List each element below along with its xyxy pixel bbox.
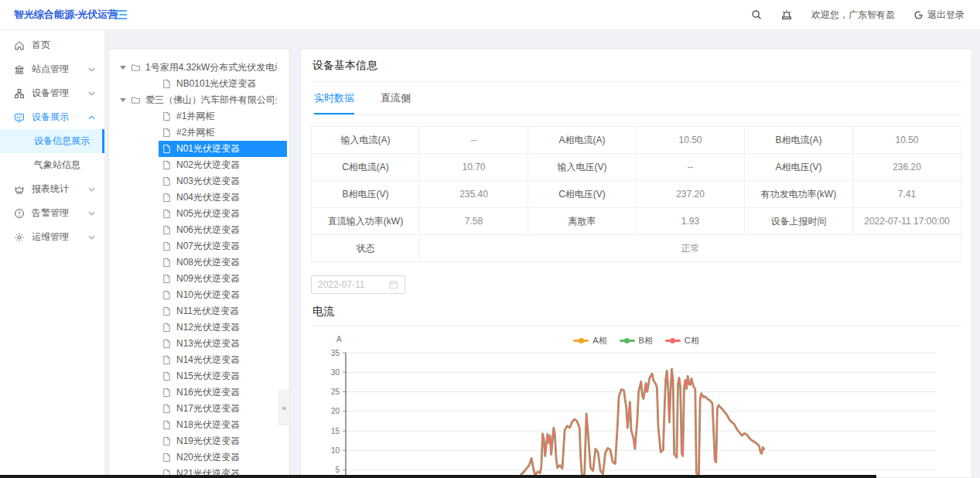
file-icon [162, 258, 172, 268]
info-value: 237.20 [637, 181, 745, 208]
file-icon [162, 193, 172, 203]
sidebar-item-6[interactable]: 运维管理 [0, 225, 104, 249]
sidebar-item-label: 运维管理 [32, 230, 69, 244]
file-icon [162, 274, 172, 284]
legend-item-C相[interactable]: C相 [665, 335, 699, 347]
tree-node[interactable]: N03光伏逆变器 [109, 173, 289, 189]
menu-fold-icon[interactable] [114, 9, 128, 20]
tree-node[interactable]: N19光伏逆变器 [109, 433, 289, 449]
tree-node-label: N13光伏逆变器 [176, 337, 240, 350]
cluster-icon [14, 88, 25, 99]
sidebar-item-label: 报表统计 [32, 183, 69, 196]
search-icon[interactable] [751, 9, 762, 20]
tree-node[interactable]: N05光伏逆变器 [109, 206, 289, 222]
tree-folder-label: 1号家用4.32kW分布式光伏发电站 [145, 61, 277, 74]
tree-node[interactable]: NB0101光伏逆变器 [109, 76, 289, 92]
tree-node[interactable]: N15光伏逆变器 [109, 368, 289, 384]
alarm-icon[interactable] [780, 9, 793, 21]
data-tabs: 实时数据直流侧 [311, 82, 961, 115]
monitor-icon [14, 112, 25, 123]
info-value: 1.93 [637, 208, 745, 235]
caret-down-icon[interactable] [120, 98, 126, 102]
info-value: -- [637, 154, 745, 181]
tree-node[interactable]: N18光伏逆变器 [109, 417, 289, 433]
info-value: 10.50 [637, 127, 745, 154]
tree-node[interactable]: N17光伏逆变器 [109, 401, 289, 417]
caret-down-icon[interactable] [120, 66, 126, 70]
svg-text:30: 30 [331, 368, 340, 377]
info-label: C相电流(A) [312, 154, 420, 181]
info-label: 输入电流(A) [312, 127, 420, 154]
sidebar-item-2[interactable]: 设备管理 [0, 81, 104, 105]
series-line-A相 [346, 369, 764, 478]
tree-collapse-handle[interactable]: « [278, 390, 289, 425]
info-value: 2022-07-11 17:00:00 [853, 208, 961, 235]
sidebar-item-0[interactable]: 首页 [0, 33, 104, 57]
tree-node[interactable]: N07光伏逆变器 [109, 238, 289, 254]
sidebar-subitem-3-1[interactable]: 气象站信息 [0, 153, 104, 177]
chart-legend: A相B相C相 [573, 335, 699, 347]
legend-item-A相[interactable]: A相 [573, 335, 606, 347]
sidebar-item-5[interactable]: 告警管理 [0, 201, 104, 225]
calendar-icon [389, 280, 398, 289]
tree-node[interactable]: N08光伏逆变器 [109, 254, 289, 271]
tree-folder-0[interactable]: 1号家用4.32kW分布式光伏发电站 [109, 60, 289, 76]
file-icon [162, 290, 172, 300]
tree-node-selected[interactable]: N01光伏逆变器 [159, 141, 287, 157]
tree-node-label: N04光伏逆变器 [176, 191, 240, 204]
info-value: 7.41 [853, 181, 961, 208]
chevron-down-icon [88, 235, 95, 240]
tree-node[interactable]: N12光伏逆变器 [109, 319, 289, 336]
tree-node-label: N20光伏逆变器 [176, 451, 240, 464]
tab-1[interactable]: 直流侧 [381, 91, 411, 114]
sidebar-subitem-label: 设备信息展示 [34, 135, 90, 148]
tree-node[interactable]: N06光伏逆变器 [109, 222, 289, 238]
device-tree-panel: « 1号家用4.32kW分布式光伏发电站NB0101光伏逆变器爱三（佛山）汽车部… [108, 49, 290, 478]
tree-node[interactable]: N20光伏逆变器 [109, 449, 289, 466]
tree-node[interactable]: #1并网柜 [109, 108, 289, 125]
tree-node[interactable]: N11光伏逆变器 [109, 303, 289, 319]
sidebar-item-3[interactable]: 设备展示 [0, 105, 104, 129]
sidebar-item-4[interactable]: 报表统计 [0, 177, 104, 201]
logout-button[interactable]: 退出登录 [913, 9, 965, 22]
tree-node[interactable]: N16光伏逆变器 [109, 384, 289, 401]
file-icon [162, 452, 172, 463]
alert-icon [14, 208, 25, 219]
tree-folder-1[interactable]: 爱三（佛山）汽车部件有限公司光伏发 [109, 92, 289, 108]
info-value: 10.70 [420, 154, 528, 181]
file-icon [162, 404, 172, 414]
info-label: C相电压(V) [528, 181, 637, 208]
sidebar-subitem-3-0[interactable]: 设备信息展示 [0, 129, 104, 153]
tree-node[interactable]: N10光伏逆变器 [109, 287, 289, 303]
file-icon [162, 79, 172, 89]
file-icon [162, 323, 172, 333]
tree-node[interactable]: N01光伏逆变器 [109, 141, 289, 157]
tree-node[interactable]: N09光伏逆变器 [109, 271, 289, 287]
sidebar-nav: 首页站点管理设备管理设备展示设备信息展示气象站信息报表统计告警管理运维管理 [0, 30, 105, 478]
legend-label: B相 [639, 335, 653, 347]
report-icon [14, 184, 25, 195]
tab-0[interactable]: 实时数据 [314, 91, 354, 114]
app-window: 智光综合能源-光伏运营 欢迎您，广东智有盈 退出登录 [0, 0, 980, 478]
tree-node-label: N01光伏逆变器 [176, 142, 240, 155]
series-line-B相 [346, 369, 764, 478]
tree-node-label: N19光伏逆变器 [176, 435, 240, 448]
home-icon [14, 40, 25, 51]
tree-node-label: N10光伏逆变器 [176, 289, 240, 302]
date-picker[interactable]: 2022-07-11 [311, 275, 405, 294]
tree-node-label: #2并网柜 [176, 126, 214, 139]
tree-node[interactable]: N14光伏逆变器 [109, 352, 289, 368]
folder-icon [131, 95, 141, 105]
sidebar-item-1[interactable]: 站点管理 [0, 57, 104, 81]
tree-node[interactable]: N02光伏逆变器 [109, 157, 289, 173]
tree-node-label: N17光伏逆变器 [176, 402, 240, 415]
welcome-text: 欢迎您，广东智有盈 [811, 9, 895, 22]
tree-node[interactable]: N13光伏逆变器 [109, 336, 289, 352]
svg-text:25: 25 [331, 388, 340, 396]
info-label: 直流输入功率(kW) [312, 208, 420, 235]
tree-node[interactable]: #2并网柜 [109, 125, 289, 141]
legend-item-B相[interactable]: B相 [620, 335, 653, 347]
tree-node[interactable]: N04光伏逆变器 [109, 189, 289, 206]
header-actions: 欢迎您，广东智有盈 退出登录 [751, 9, 980, 22]
file-icon [162, 128, 172, 138]
